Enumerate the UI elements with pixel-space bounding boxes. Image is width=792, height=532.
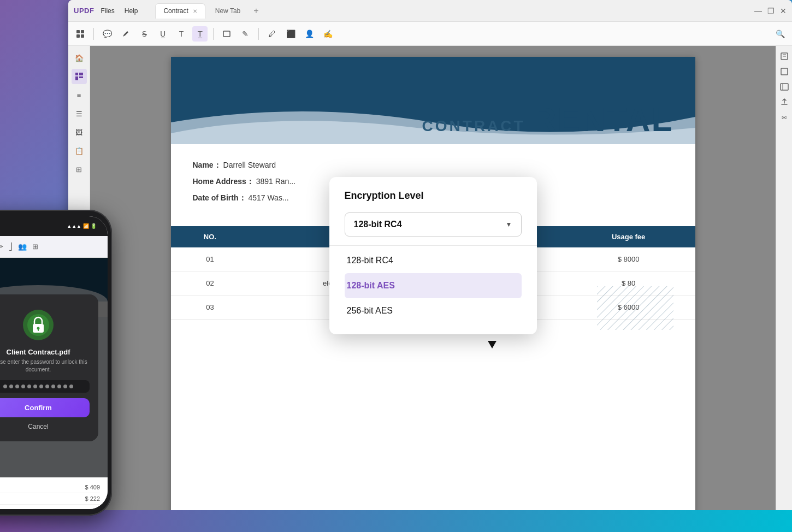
phone-modal-password-input[interactable] [0,380,90,393]
toolbar-text-icon[interactable]: T [174,26,189,42]
phone-battery-icon: 🔋 [91,223,97,229]
toolbar-strikethrough-icon[interactable]: S̶ [137,26,152,42]
tab-new[interactable]: New Tab [208,3,248,19]
encryption-divider [329,245,537,246]
svg-rect-7 [75,76,78,80]
pdf-field-name: Name： Darrell Steward [193,161,673,170]
phone-bottom-data: $ 409 $ 409 $ 222 $ 222 [0,477,108,509]
svg-rect-6 [79,73,83,75]
phone-grid-nav-icon[interactable]: ⊞ [32,243,38,251]
right-sidebar-icon-3[interactable] [778,81,790,93]
pdf-header: CONTRACT RENTAL [171,57,695,144]
mouse-cursor [488,341,497,348]
toolbar-thumbnail-icon[interactable] [73,26,88,42]
toolbar-highlight-icon[interactable] [118,26,133,42]
row1-usage: $ 8000 [562,247,695,271]
encryption-dialog-title: Encryption Level [345,190,522,202]
pw-dot-9 [51,385,55,388]
main-area: 🏠 ≡ ☰ 🖼 📋 ⊞ [68,46,792,532]
pdf-area[interactable]: CONTRACT RENTAL Name： Darrell Steward Ho… [90,46,776,532]
toolbar-sign-icon[interactable]: ✍ [320,26,335,42]
sidebar-image-icon[interactable]: 🖼 [72,125,87,140]
toolbar-text2-icon[interactable]: T̲ [192,26,208,42]
right-sidebar-mail-icon[interactable]: ✉ [778,111,790,123]
right-sidebar: ✉ [776,46,792,532]
svg-rect-15 [781,84,788,90]
menu-help[interactable]: Help [125,7,138,15]
table-header-no: NO. [171,226,250,247]
toolbar-rect-icon[interactable] [219,26,234,42]
right-sidebar-icon-1[interactable] [778,50,790,62]
pw-dot-11 [63,385,67,388]
pdf-field-address-label: Home Address： [193,177,254,186]
menu-files[interactable]: Files [101,7,114,15]
pw-dot-3 [15,385,19,388]
phone-modal-title: Client Contract.pdf [0,348,90,356]
window-controls: — ❐ ✕ [754,7,787,15]
encryption-option-rc4[interactable]: 128-bit RC4 [345,248,522,273]
toolbar-sep-2 [213,28,214,40]
tab-close-icon[interactable]: ✕ [193,8,197,14]
toolbar-search-icon[interactable]: 🔍 [772,26,788,42]
encryption-dropdown-arrow-icon: ▼ [506,221,512,228]
phone-users-nav-icon[interactable]: 👥 [18,243,27,251]
phone-data-row-1: $ 409 $ 409 [0,482,100,493]
toolbar-sep-1 [93,28,94,40]
tab-contract[interactable]: Contract ✕ [155,3,205,19]
encryption-select-box[interactable]: 128-bit RC4 ▼ [345,212,522,237]
right-sidebar-icon-2[interactable] [778,66,790,78]
phone-modal-confirm-button[interactable]: Confirm [0,398,90,417]
phone-modal-box: ✕ Client Contra [0,294,98,441]
sidebar-thumbnail-icon[interactable] [72,69,87,84]
pdf-hatch-decoration [597,286,673,330]
toolbar-fill-icon[interactable]: 👤 [302,26,317,42]
pdf-field-name-value: Darrell Steward [223,161,276,169]
row2-no: 02 [171,271,250,295]
pw-dot-8 [45,385,49,388]
encryption-selected-label: 128-bit RC4 [354,220,402,229]
toolbar-sep-3 [258,28,259,40]
pw-dot-10 [57,385,61,388]
pdf-field-address-value: 3891 Ran... [256,177,295,186]
svg-rect-2 [76,34,80,38]
window-close[interactable]: ✕ [780,7,787,15]
phone-shell: 9:41 ▲▲▲ 📶 🔋 🏠 ‹ ✏ ⎦ 👥 ⊞ [0,210,112,516]
pw-dot-6 [33,385,37,388]
svg-rect-0 [76,30,80,33]
pdf-page: CONTRACT RENTAL Name： Darrell Steward Ho… [171,57,695,532]
menu-bar: Files Help [101,7,138,15]
toolbar-redact-icon[interactable]: ⬛ [283,26,298,42]
encryption-option-aes128[interactable]: 128-bit AES [345,273,522,298]
sidebar-bookmark-icon[interactable]: ☰ [72,106,87,121]
phone-content-area: CONTRACT RENTAL ✕ [0,258,108,477]
phone-modal-subtitle: Please enter the password to unlock this… [0,358,90,374]
pdf-document-title: CONTRACT RENTAL [422,100,673,139]
svg-rect-8 [79,76,83,78]
pdf-field-dob-value: 4517 Was... [248,193,288,202]
sidebar-clipboard-icon[interactable]: 📋 [72,143,87,158]
phone-edit-nav-icon[interactable]: ✏ [0,243,3,251]
phone-data-row1-col2: $ 409 [85,484,100,490]
phone-data-row2-col2: $ 222 [85,495,100,502]
sidebar-home-icon[interactable]: 🏠 [72,50,87,66]
tab-bar: Contract ✕ New Tab + [155,3,262,19]
phone-share-nav-icon[interactable]: ⎦ [9,243,13,251]
svg-rect-10 [597,286,673,330]
toolbar-comment-icon[interactable]: 💬 [99,26,115,42]
encryption-options-list: 128-bit RC4 128-bit AES 256-bit AES [345,248,522,323]
sidebar-outline-icon[interactable]: ≡ [72,87,87,103]
app-logo: UPDF [74,7,94,15]
toolbar-underline-icon[interactable]: U̲ [155,26,170,42]
right-sidebar-upload-icon[interactable] [778,96,790,108]
toolbar-pen-icon[interactable]: ✎ [238,26,253,42]
svg-rect-14 [781,68,788,75]
encryption-option-aes256[interactable]: 256-bit AES [345,298,522,323]
svg-rect-3 [81,34,84,38]
sidebar-grid-icon[interactable]: ⊞ [72,162,87,177]
phone-modal-cancel-button[interactable]: Cancel [0,421,90,433]
window-maximize[interactable]: ❐ [767,7,775,15]
window-minimize[interactable]: — [754,7,762,15]
tab-add-icon[interactable]: + [250,6,262,16]
toolbar-stamp-icon[interactable]: 🖊 [264,26,280,42]
phone-password-modal: ✕ Client Contra [0,258,108,477]
